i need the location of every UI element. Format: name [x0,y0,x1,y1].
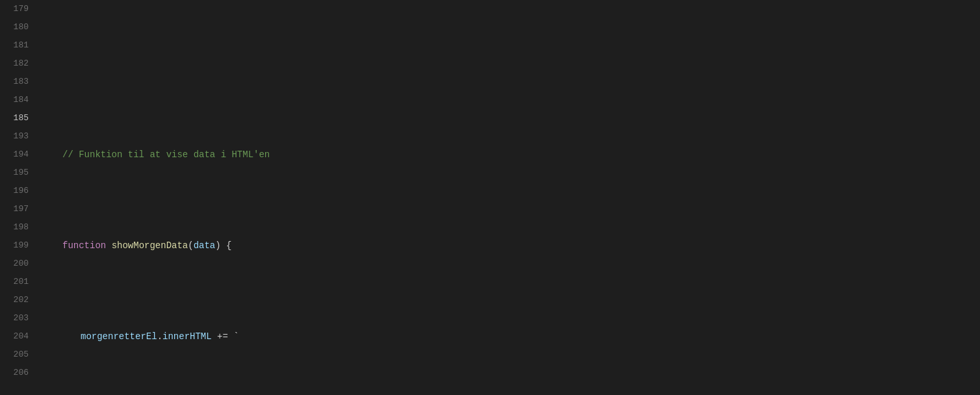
line-num-201: 201 [5,273,29,291]
line-num-203: 203 [5,309,29,327]
line-num-181: 181 [5,36,29,55]
line-num-198: 198 [5,218,29,236]
line-numbers: 179 180 181 182 183 184 185 193 194 195 … [0,0,39,395]
code-content: // Funktion til at vise data i HTML'en f… [39,0,980,395]
line-num-184: 184 [5,91,29,109]
line-num-195: 195 [5,164,29,182]
line-num-183: 183 [5,73,29,91]
line-num-194: 194 [5,146,29,164]
line-num-179: 179 [5,0,29,18]
line-num-180: 180 [5,18,29,36]
code-line-182: morgenretterEl.innerHTML += ` [44,327,980,346]
line-num-197: 197 [5,200,29,218]
line-num-196: 196 [5,182,29,200]
line-num-200: 200 [5,255,29,273]
line-num-185: 185 [5,109,29,127]
code-line-180: // Funktion til at vise data i HTML'en [44,146,980,164]
line-num-205: 205 [5,346,29,364]
line-num-199: 199 [5,236,29,255]
line-num-204: 204 [5,327,29,346]
line-num-206: 206 [5,364,29,382]
line-num-202: 202 [5,291,29,309]
code-line-181: function showMorgenData(data) { [44,236,980,255]
line-num-193: 193 [5,127,29,146]
code-editor: 179 180 181 182 183 184 185 193 194 195 … [0,0,980,395]
line-num-182: 182 [5,55,29,73]
code-line-179 [44,55,980,73]
